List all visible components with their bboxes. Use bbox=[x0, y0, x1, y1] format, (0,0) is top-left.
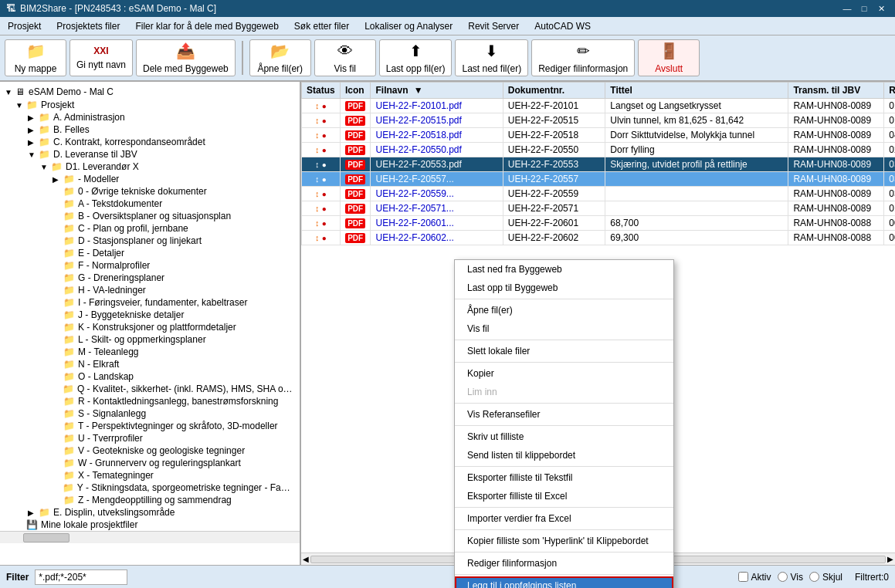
tree-item[interactable]: 📁 T - Perspektivtegninger og skråfoto, 3… bbox=[0, 420, 293, 432]
ctx-item-slett-lokale[interactable]: Slett lokale filer bbox=[455, 342, 673, 360]
table-row[interactable]: ↕ ● PDF UEH-22-F-20559... UEH-22-F-20559… bbox=[302, 187, 896, 201]
tree-item[interactable]: ▼ 📁 D. Leveranse til JBV bbox=[0, 148, 300, 161]
menu-sok-etter-filer[interactable]: Søk etter filer bbox=[286, 17, 357, 35]
ctx-item-importer-excel[interactable]: Importer verdier fra Excel bbox=[455, 509, 673, 528]
ctx-item-last-ned-byggeweb[interactable]: Last ned fra Byggeweb bbox=[455, 260, 673, 279]
tree-item[interactable]: 📁 B - Oversiktsplaner og situasjonsplan bbox=[0, 210, 300, 222]
cell-filnavn[interactable]: UEH-22-F-20515.pdf bbox=[371, 113, 503, 128]
tree-item[interactable]: ▶ 📁 - Modeller bbox=[0, 173, 300, 185]
menu-revit-server[interactable]: Revit Server bbox=[460, 17, 527, 35]
tree-item[interactable]: 📁 H - VA-ledninger bbox=[0, 284, 300, 296]
table-row[interactable]: ↕ ● PDF UEH-22-F-20101.pdf UEH-22-F-2010… bbox=[302, 99, 896, 113]
expand-icon[interactable]: ▶ bbox=[28, 509, 37, 517]
tree-item[interactable]: 📁 C - Plan og profil, jernbane bbox=[0, 222, 300, 235]
ctx-item-send-liste[interactable]: Send listen til klippebordet bbox=[455, 446, 673, 465]
tree-item[interactable]: 📁 D - Stasjonsplaner og linjekart bbox=[0, 235, 300, 247]
tree-item[interactable]: 📁 R - Kontaktledningsanlegg, banestrømsf… bbox=[0, 395, 293, 407]
expand-icon[interactable]: ▶ bbox=[28, 113, 37, 122]
tree-item[interactable]: ▼ 📁 Prosjekt bbox=[0, 99, 300, 111]
tree-h-scroll[interactable] bbox=[0, 531, 300, 543]
gi-nytt-navn-button[interactable]: XXI Gi nytt navn bbox=[69, 39, 133, 76]
tree-item[interactable]: 📁 S - Signalanlegg bbox=[0, 407, 300, 420]
tree-item[interactable]: 📁 A - Tekstdokumenter bbox=[0, 198, 300, 210]
table-row[interactable]: ↕ ● PDF UEH-22-F-20601... UEH-22-F-20601… bbox=[302, 216, 896, 231]
tree-root[interactable]: ▼ 🖥 eSAM Demo - Mal C bbox=[0, 85, 300, 99]
col-tittel[interactable]: Tittel bbox=[605, 83, 788, 99]
tree-item[interactable]: 📁 X - Temategninger bbox=[0, 469, 293, 482]
tree-item[interactable]: 💾 Mine lokale prosjektfiler bbox=[0, 519, 300, 531]
col-icon[interactable]: Icon bbox=[340, 83, 371, 99]
last-opp-filer-button[interactable]: ⬆ Last opp fil(er) bbox=[379, 39, 453, 76]
menu-autocad-ws[interactable]: AutoCAD WS bbox=[527, 17, 598, 35]
expand-icon[interactable]: ▼ bbox=[28, 150, 37, 159]
cell-filnavn[interactable]: UEH-22-F-20518.pdf bbox=[371, 128, 503, 143]
table-row[interactable]: ↕ ● PDF UEH-22-F-20515.pdf UEH-22-F-2051… bbox=[302, 113, 896, 128]
tree-item[interactable]: 📁 I - Føringsveier, fundamenter, kabeltr… bbox=[0, 296, 300, 309]
tree-item[interactable]: 📁 Z - Mengdeopptilling og sammendrag bbox=[0, 494, 293, 506]
cell-filnavn[interactable]: UEH-22-F-20550.pdf bbox=[371, 143, 503, 157]
tree-item[interactable]: 📁 N - Elkraft bbox=[0, 358, 300, 370]
tree-scroll-thumb[interactable] bbox=[23, 533, 69, 542]
tree-item[interactable]: 📁 O - Landskap bbox=[0, 370, 300, 383]
table-row[interactable]: ↕ ● PDF UEH-22-F-20602... UEH-22-F-20602… bbox=[302, 231, 896, 245]
cell-filnavn[interactable]: UEH-22-F-20553.pdf bbox=[371, 157, 503, 172]
tree-item[interactable]: ▶ 📁 A. Administrasjon bbox=[0, 111, 300, 123]
ctx-item-skriv-ut[interactable]: Skriv ut filliste bbox=[455, 427, 673, 446]
ctx-item-legg-til-oppfolging[interactable]: Legg til i oppfølgings listen bbox=[455, 576, 673, 588]
expand-icon[interactable]: ▼ bbox=[15, 101, 25, 110]
del-med-byggeweb-button[interactable]: 📤 Dele med Byggeweb bbox=[136, 39, 236, 76]
avslutt-button[interactable]: 🚪 Avslutt bbox=[638, 39, 700, 76]
cell-filnavn[interactable]: UEH-22-F-20557... bbox=[371, 172, 503, 187]
close-button[interactable]: ✕ bbox=[873, 1, 889, 16]
tree-item[interactable]: 📁 U - Tverrprofiler bbox=[0, 432, 300, 444]
menu-lokaliser[interactable]: Lokaliser og Analyser bbox=[357, 17, 460, 35]
tree-item[interactable]: 📁 G - Dreneringsplaner bbox=[0, 272, 300, 284]
minimize-button[interactable]: — bbox=[839, 1, 855, 16]
vis-fil-button[interactable]: 👁 Vis fil bbox=[314, 39, 376, 76]
tree-toggle-root[interactable]: ▼ bbox=[3, 88, 14, 96]
tree-item[interactable]: ▼ 📁 D1. Leverandør X bbox=[0, 161, 300, 173]
tree-item[interactable]: 📁 M - Teleanlegg bbox=[0, 346, 300, 358]
table-row[interactable]: ↕ ● PDF UEH-22-F-20571... UEH-22-F-20571… bbox=[302, 201, 896, 216]
ctx-item-kopier-hyperlink[interactable]: Kopier filliste som 'Hyperlink' til Klip… bbox=[455, 532, 673, 550]
expand-icon[interactable]: ▶ bbox=[53, 175, 62, 184]
rediger-filinformasjon-button[interactable]: ✏ Rediger filinformasjon bbox=[531, 39, 635, 76]
cell-filnavn[interactable]: UEH-22-F-20101.pdf bbox=[371, 99, 503, 113]
tree-item[interactable]: ▶ 📁 B. Felles bbox=[0, 123, 300, 136]
menu-prosjektets-filer[interactable]: Prosjektets filer bbox=[49, 17, 127, 35]
tree-item[interactable]: 📁 V - Geotekniske og geologiske tegninge… bbox=[0, 444, 293, 457]
aktiv-checkbox[interactable] bbox=[738, 572, 748, 582]
last-ned-filer-button[interactable]: ⬇ Last ned fil(er) bbox=[455, 39, 528, 76]
ctx-item-last-opp-byggeweb[interactable]: Last opp til Byggeweb bbox=[455, 279, 673, 297]
ctx-item-eksporter-excel[interactable]: Eksporter filliste til Excel bbox=[455, 487, 673, 505]
ctx-item-vis-fil-ctx[interactable]: Vis fil bbox=[455, 319, 673, 338]
menu-filer-klar[interactable]: Filer klar for å dele med Byggeweb bbox=[127, 17, 286, 35]
tree-item[interactable]: 📁 J - Byggetekniske detaljer bbox=[0, 309, 300, 321]
ctx-item-rediger-fil[interactable]: Rediger filinformasjon bbox=[455, 554, 673, 573]
vis-radio[interactable] bbox=[778, 572, 788, 582]
maximize-button[interactable]: □ bbox=[856, 1, 872, 16]
cell-filnavn[interactable]: UEH-22-F-20571... bbox=[371, 201, 503, 216]
cell-filnavn[interactable]: UEH-22-F-20602... bbox=[371, 231, 503, 245]
apne-filer-button[interactable]: 📂 Åpne fil(er) bbox=[249, 39, 311, 76]
table-row[interactable]: ↕ ● PDF UEH-22-F-20557... UEH-22-F-20557… bbox=[302, 172, 896, 187]
scroll-left-btn[interactable]: ◀ bbox=[303, 555, 309, 563]
table-row[interactable]: ↕ ● PDF UEH-22-F-20518.pdf UEH-22-F-2051… bbox=[302, 128, 896, 143]
tree-item[interactable]: 📁 0 - Øvrige tekniske dokumenter bbox=[0, 185, 300, 198]
cell-filnavn[interactable]: UEH-22-F-20559... bbox=[371, 187, 503, 201]
ctx-item-kopier[interactable]: Kopier bbox=[455, 364, 673, 383]
tree-item[interactable]: ▶ 📁 E. Displin, utvekslingsområde bbox=[0, 506, 300, 519]
filter-input[interactable] bbox=[35, 569, 127, 585]
tree-item[interactable]: 📁 L - Skilt- og oppmerkingsplaner bbox=[0, 333, 300, 346]
expand-icon[interactable]: ▼ bbox=[40, 163, 49, 171]
ctx-item-apne-filer-ctx[interactable]: Åpne fil(er) bbox=[455, 301, 673, 319]
tree-item[interactable]: 📁 F - Normalprofiler bbox=[0, 259, 300, 272]
tree-item[interactable]: 📁 K - Konstruksjoner og plattformdetalje… bbox=[0, 321, 300, 333]
expand-icon[interactable]: ▶ bbox=[28, 126, 37, 134]
col-status[interactable]: Status bbox=[302, 83, 341, 99]
tree-item[interactable]: 📁 Y - Stikningsdata, sporgeometriske teg… bbox=[0, 482, 293, 494]
col-transm[interactable]: Transm. til JBV bbox=[788, 83, 884, 99]
tree-item[interactable]: ▶ 📁 C. Kontrakt, korrespondanseområdet bbox=[0, 136, 300, 148]
col-revisjon[interactable]: Revisjon bbox=[884, 83, 895, 99]
col-filnavn[interactable]: Filnavn ▼ bbox=[371, 83, 503, 99]
